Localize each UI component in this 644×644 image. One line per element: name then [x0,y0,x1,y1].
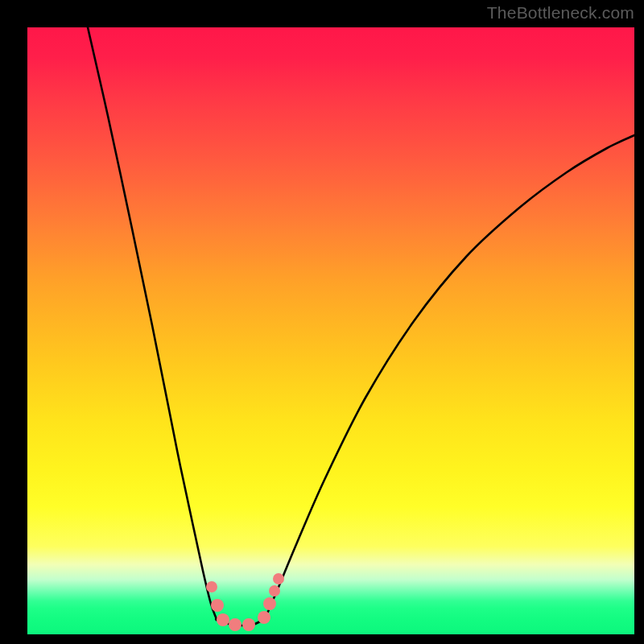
data-point-marker [269,585,280,597]
watermark-text: TheBottleneck.com [487,3,634,23]
data-point-marker [242,618,255,631]
bottleneck-curve [27,27,634,634]
data-point-marker [217,613,229,626]
data-point-marker [206,581,217,592]
data-point-marker [211,599,224,612]
curve-line [88,27,634,625]
data-point-marker [229,618,242,631]
data-point-marker [273,573,284,584]
data-point-marker [258,611,270,624]
data-point-marker [263,597,276,610]
chart-frame: TheBottleneck.com [0,0,644,644]
plot-area [27,27,634,634]
